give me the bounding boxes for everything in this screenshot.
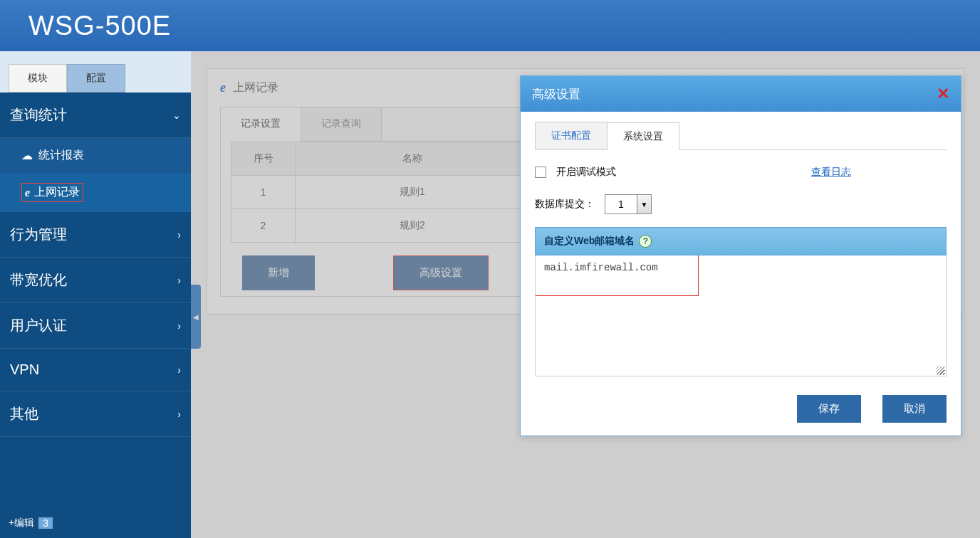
sidebar-section-auth[interactable]: 用户认证 › (0, 303, 191, 349)
chevron-right-icon: › (177, 275, 181, 286)
help-icon[interactable]: ? (639, 235, 652, 248)
db-commit-label: 数据库提交： (535, 198, 595, 211)
close-icon[interactable]: ✕ (937, 85, 949, 103)
sidebar-item-web-log[interactable]: e 上网记录 (0, 173, 191, 212)
db-commit-select[interactable]: ▼ (605, 194, 652, 214)
sidebar-section-label: 查询统计 (10, 105, 67, 125)
advanced-settings-dialog: 高级设置 ✕ 证书配置 系统设置 开启调试模式 查看日志 数据库提交： ▼ 自定… (520, 75, 961, 436)
view-log-link[interactable]: 查看日志 (811, 166, 851, 179)
chevron-down-icon[interactable]: ▼ (637, 195, 651, 213)
edit-link[interactable]: +编辑 (9, 517, 34, 529)
sidebar-section-label: VPN (10, 362, 39, 378)
sidebar-section-label: 行为管理 (10, 225, 67, 244)
chevron-right-icon: › (177, 408, 181, 420)
dialog-button-row: 保存 取消 (535, 395, 947, 423)
debug-label: 开启调试模式 (556, 166, 616, 179)
dialog-tab-cert[interactable]: 证书配置 (535, 122, 608, 149)
sidebar-section-label: 带宽优化 (10, 270, 67, 290)
app-header: WSG-500E (0, 0, 980, 51)
db-commit-row: 数据库提交： ▼ (535, 194, 947, 214)
save-button[interactable]: 保存 (797, 395, 861, 423)
webmail-domain-textarea[interactable]: mail.imfirewall.com (535, 255, 947, 376)
sidebar-section-behavior[interactable]: 行为管理 › (0, 212, 191, 258)
resize-grip-icon[interactable] (936, 366, 944, 374)
sidebar-footer[interactable]: +编辑 3 (9, 517, 53, 529)
chevron-right-icon: › (177, 229, 181, 241)
debug-checkbox[interactable] (535, 167, 546, 178)
sidebar-section-label: 用户认证 (10, 316, 67, 335)
sidebar-section-bandwidth[interactable]: 带宽优化 › (0, 258, 191, 303)
sidebar-section-other[interactable]: 其他 › (0, 391, 191, 437)
dialog-title: 高级设置 (532, 86, 580, 102)
chevron-right-icon: › (177, 364, 181, 376)
webmail-domain-title: 自定义Web邮箱域名 (544, 235, 635, 248)
sidebar-item-label: 上网记录 (34, 185, 80, 200)
sidebar-section-label: 其他 (10, 404, 38, 423)
sidebar-item-label: 统计报表 (38, 148, 84, 163)
sidebar: 模块 配置 查询统计 ⌄ 统计报表 e 上网记录 行为管理 › 带宽优化 › 用… (0, 51, 191, 538)
sidebar-tab-module[interactable]: 模块 (9, 64, 67, 93)
domain-highlight-box: mail.imfirewall.com (535, 255, 699, 296)
product-name: WSG-500E (28, 11, 171, 41)
chevron-down-icon: ⌄ (172, 110, 181, 121)
edit-count-badge: 3 (38, 517, 53, 529)
sidebar-item-stats-report[interactable]: 统计报表 (0, 138, 191, 173)
cancel-button[interactable]: 取消 (882, 395, 947, 423)
cloud-icon (21, 149, 33, 162)
ie-icon: e (25, 186, 30, 199)
dialog-header: 高级设置 ✕ (521, 76, 961, 112)
debug-row: 开启调试模式 查看日志 (535, 166, 947, 179)
domain-value: mail.imfirewall.com (544, 262, 658, 273)
sidebar-section-query[interactable]: 查询统计 ⌄ (0, 93, 191, 138)
webmail-domain-header: 自定义Web邮箱域名 ? (535, 227, 947, 255)
db-commit-value[interactable] (605, 195, 637, 213)
sidebar-section-vpn[interactable]: VPN › (0, 349, 191, 391)
sidebar-tabstrip: 模块 配置 (0, 51, 191, 93)
sidebar-tab-config[interactable]: 配置 (67, 64, 125, 93)
dialog-tab-system[interactable]: 系统设置 (607, 122, 679, 150)
chevron-right-icon: › (177, 320, 181, 332)
dialog-tabstrip: 证书配置 系统设置 (535, 122, 947, 150)
